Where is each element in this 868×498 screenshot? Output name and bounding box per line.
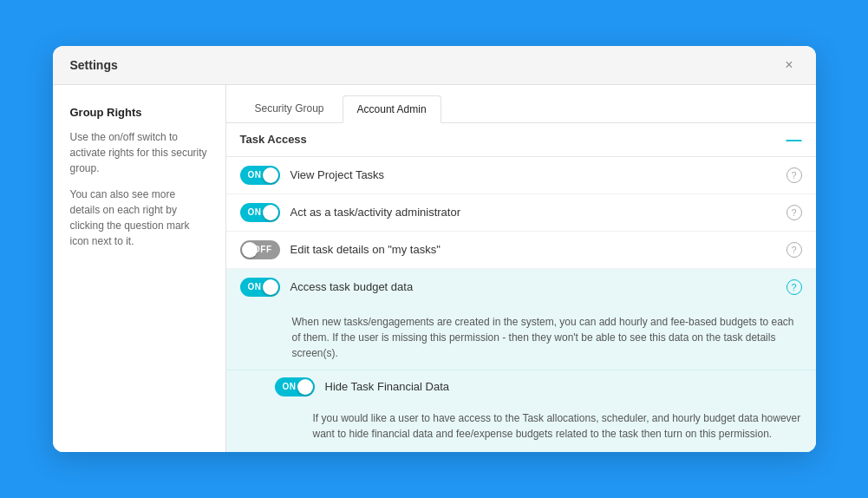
permission-list: ON View Project Tasks ? ON [226, 157, 816, 452]
permission-row-expanded: ON Access task budget data ? [226, 269, 816, 305]
nested-detail-text: If you would like a user to have access … [313, 410, 802, 442]
toggle-hide-financial[interactable]: ON [275, 377, 315, 396]
toggle-edit-my-tasks[interactable]: OFF [240, 240, 280, 259]
permission-row: ON View Project Tasks ? [226, 157, 816, 194]
section-header: Task Access — [226, 123, 816, 157]
nested-permission-row: ON Hide Task Financial Data [226, 370, 816, 403]
sidebar-text-1: Use the on/off switch to activate rights… [70, 129, 208, 176]
toggle-view-project-tasks[interactable]: ON [240, 166, 280, 185]
tab-account-admin[interactable]: Account Admin [343, 95, 441, 123]
permission-row: OFF Edit task details on "my tasks" ? [226, 232, 816, 269]
tab-security-group[interactable]: Security Group [240, 95, 339, 122]
toggle-access-budget[interactable]: ON [240, 278, 280, 297]
collapse-icon[interactable]: — [786, 132, 802, 147]
sidebar-text-2: You can also see more details on each ri… [70, 187, 208, 249]
permission-label: Edit task details on "my tasks" [290, 243, 786, 256]
nested-detail: If you would like a user to have access … [226, 403, 816, 452]
sidebar-heading: Group Rights [70, 106, 208, 119]
help-icon[interactable]: ? [786, 205, 802, 220]
section-title: Task Access [240, 133, 307, 146]
help-icon[interactable]: ? [786, 242, 802, 258]
help-icon-highlighted[interactable]: ? [786, 279, 802, 295]
nested-permission-label: Hide Task Financial Data [325, 380, 802, 393]
main-content: Security Group Account Admin Task Access… [226, 85, 816, 452]
permission-label: Act as a task/activity administrator [290, 206, 786, 219]
help-icon[interactable]: ? [786, 167, 802, 183]
modal-body: Group Rights Use the on/off switch to ac… [53, 85, 816, 452]
sidebar: Group Rights Use the on/off switch to ac… [53, 85, 226, 452]
close-button[interactable]: × [780, 56, 798, 74]
expanded-detail: When new tasks/engagements are created i… [226, 305, 816, 370]
modal-title: Settings [70, 58, 118, 72]
toggle-act-task-admin[interactable]: ON [240, 203, 280, 222]
settings-modal: Settings × Group Rights Use the on/off s… [53, 46, 816, 452]
permission-label: Access task budget data [290, 280, 786, 293]
tab-bar: Security Group Account Admin [226, 85, 816, 123]
modal-header: Settings × [53, 46, 816, 85]
permission-row: ON Act as a task/activity administrator … [226, 194, 816, 232]
expanded-detail-text: When new tasks/engagements are created i… [292, 314, 802, 361]
permission-label: View Project Tasks [290, 168, 786, 181]
